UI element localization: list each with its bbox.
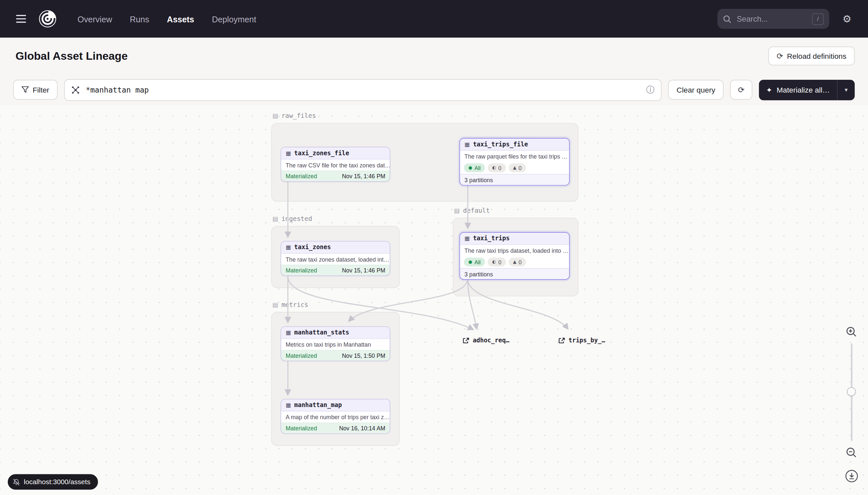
- clear-query-button[interactable]: Clear query: [668, 80, 723, 100]
- partitions-all-badge[interactable]: ●All: [464, 164, 485, 172]
- asset-status-row: Materialized Nov 15, 1:46 PM: [281, 171, 390, 181]
- nav-item-overview[interactable]: Overview: [77, 14, 112, 24]
- asset-node-header: ▦ manhattan_map: [281, 399, 390, 412]
- asset-name: taxi_zones_file: [294, 150, 349, 157]
- table-icon: ▦: [286, 403, 291, 408]
- asset-node-taxi-trips[interactable]: ▦ taxi_trips The raw taxi trips dataset,…: [460, 232, 570, 280]
- asset-node-adhoc-request[interactable]: adhoc_req…: [463, 337, 510, 344]
- refresh-icon: ⟳: [738, 86, 745, 94]
- top-nav: Overview Runs Assets Deployment / ⚙: [0, 0, 868, 38]
- asset-node-taxi-zones[interactable]: ▦ taxi_zones The raw taxi zones dataset,…: [281, 241, 390, 276]
- asset-node-taxi-zones-file[interactable]: ▦ taxi_zones_file The raw CSV file for t…: [281, 147, 390, 182]
- asset-status-row: Materialized Nov 15, 1:50 PM: [281, 350, 390, 361]
- materialized-status: Materialized: [286, 425, 317, 431]
- partitions-failed-badge[interactable]: ◐0: [488, 258, 506, 267]
- external-link-icon: [559, 337, 565, 344]
- asset-description: The raw taxi trips dataset, loaded into …: [460, 245, 569, 256]
- half-circle-icon: ◐: [492, 166, 496, 170]
- asset-status-row: Materialized Nov 15, 1:46 PM: [281, 265, 390, 275]
- lineage-toolbar: Filter ⓘ Clear query ⟳ ✦ Materialize all…: [0, 74, 868, 105]
- group-label-raw-files[interactable]: ▤ raw_files: [272, 112, 316, 120]
- asset-node-header: ▦ taxi_trips: [460, 233, 569, 245]
- asset-name: taxi_zones: [294, 244, 331, 251]
- group-label-metrics[interactable]: ▤ metrics: [272, 301, 308, 309]
- dot-icon: ●: [468, 260, 472, 264]
- table-icon: ▦: [464, 141, 470, 147]
- zoom-out-button[interactable]: [844, 445, 858, 460]
- asset-name: taxi_trips_file: [473, 141, 528, 148]
- partitions-all-badge[interactable]: ●All: [464, 258, 485, 267]
- page-title: Global Asset Lineage: [15, 50, 128, 62]
- materialize-split-button: ✦ Materialize all… ▾: [759, 80, 855, 100]
- materialized-date: Nov 15, 1:46 PM: [342, 173, 386, 180]
- external-link-icon: [463, 337, 470, 344]
- partition-count: 3 partitions: [460, 174, 569, 185]
- asset-node-header: ▦ taxi_trips_file: [460, 138, 569, 151]
- dot-icon: ●: [468, 166, 472, 170]
- partition-badges: ●All ◐0 ▲0: [460, 162, 569, 174]
- notifications-off-icon: [13, 478, 20, 485]
- filter-funnel-icon: [22, 86, 29, 93]
- info-icon[interactable]: ⓘ: [646, 86, 654, 94]
- refresh-graph-button[interactable]: ⟳: [730, 80, 752, 100]
- group-icon: ▤: [272, 113, 278, 119]
- search-shortcut-badge: /: [812, 13, 824, 24]
- materialized-status: Materialized: [286, 173, 317, 180]
- search-input[interactable]: [736, 14, 808, 24]
- materialize-dropdown-button[interactable]: ▾: [837, 80, 855, 100]
- asset-node-taxi-trips-file[interactable]: ▦ taxi_trips_file The raw parquet files …: [460, 138, 570, 186]
- asset-name: manhattan_map: [294, 402, 342, 409]
- materialized-date: Nov 15, 1:46 PM: [342, 267, 386, 273]
- settings-gear-icon[interactable]: ⚙: [836, 8, 858, 30]
- triangle-icon: ▲: [513, 260, 516, 264]
- asset-node-trips-by-week[interactable]: trips_by_…: [559, 337, 605, 344]
- search-icon: [723, 15, 731, 23]
- app-window: Overview Runs Assets Deployment / ⚙ Glob…: [0, 0, 868, 495]
- materialized-date: Nov 16, 10:14 AM: [339, 425, 386, 431]
- zoom-slider-thumb[interactable]: [847, 387, 856, 396]
- selection-syntax-icon: [72, 86, 80, 94]
- asset-selection-input[interactable]: [85, 85, 641, 95]
- asset-node-header: ▦ taxi_zones: [281, 242, 390, 254]
- page-header: Global Asset Lineage ⟳ Reload definition…: [0, 38, 868, 74]
- asset-node-header: ▦ taxi_zones_file: [281, 148, 390, 159]
- partition-count: 3 partitions: [460, 268, 569, 279]
- sparkle-icon: ✦: [766, 86, 772, 93]
- zoom-controls: [844, 325, 859, 483]
- asset-node-manhattan-stats[interactable]: ▦ manhattan_stats Metrics on taxi trips …: [281, 326, 390, 361]
- asset-name: manhattan_stats: [294, 329, 349, 336]
- materialized-date: Nov 15, 1:50 PM: [342, 352, 386, 359]
- nav-item-runs[interactable]: Runs: [130, 14, 149, 24]
- table-icon: ▦: [286, 330, 291, 336]
- triangle-icon: ▲: [513, 166, 516, 170]
- asset-description: The raw CSV file for the taxi zones dat…: [281, 159, 390, 171]
- asset-node-header: ▦ manhattan_stats: [281, 327, 390, 339]
- half-circle-icon: ◐: [492, 260, 496, 264]
- materialized-status: Materialized: [286, 352, 317, 359]
- lineage-canvas[interactable]: ▤ raw_files ▤ ingested ▤ default ▤ metri…: [0, 105, 868, 495]
- nav-item-assets[interactable]: Assets: [167, 14, 194, 24]
- asset-name: taxi_trips: [473, 235, 510, 242]
- status-url: localhost:3000/assets: [24, 478, 91, 486]
- reload-definitions-button[interactable]: ⟳ Reload definitions: [768, 47, 854, 65]
- global-search[interactable]: /: [718, 9, 829, 29]
- group-label-ingested[interactable]: ▤ ingested: [272, 215, 312, 223]
- zoom-slider[interactable]: [847, 343, 856, 441]
- nav-links: Overview Runs Assets Deployment: [77, 14, 256, 24]
- nav-item-deployment[interactable]: Deployment: [212, 14, 256, 24]
- table-icon: ▦: [286, 150, 291, 156]
- menu-button[interactable]: [10, 8, 32, 30]
- asset-description: The raw parquet files for the taxi trips…: [460, 151, 569, 162]
- filter-button[interactable]: Filter: [14, 80, 58, 100]
- materialize-all-button[interactable]: ✦ Materialize all…: [759, 80, 837, 100]
- partitions-missing-badge[interactable]: ▲0: [509, 258, 526, 267]
- browser-status-bubble: localhost:3000/assets: [8, 474, 98, 490]
- download-graph-button[interactable]: [844, 469, 858, 483]
- materialized-status: Materialized: [286, 267, 317, 273]
- zoom-in-button[interactable]: [844, 325, 858, 339]
- group-label-default[interactable]: ▤ default: [454, 206, 490, 214]
- dagster-logo-icon[interactable]: [38, 9, 58, 29]
- partitions-failed-badge[interactable]: ◐0: [488, 164, 506, 172]
- asset-node-manhattan-map[interactable]: ▦ manhattan_map A map of the number of t…: [281, 399, 390, 433]
- partitions-missing-badge[interactable]: ▲0: [509, 164, 526, 172]
